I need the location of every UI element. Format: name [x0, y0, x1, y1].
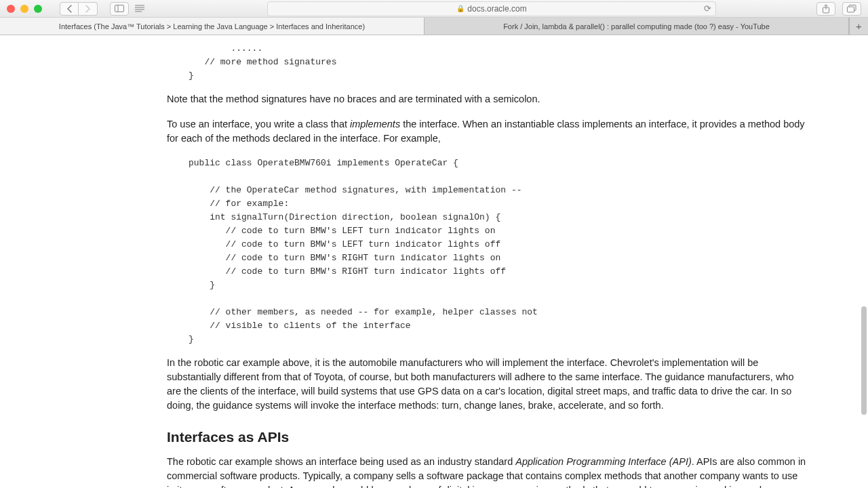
share-button[interactable] [816, 2, 835, 16]
window-titlebar: 🔒 docs.oracle.com ⟳ [0, 0, 868, 18]
sidebar-button[interactable] [110, 2, 129, 16]
tab-bar: Interfaces (The Java™ Tutorials > Learni… [0, 18, 868, 35]
paragraph-implements: To use an interface, you write a class t… [167, 117, 807, 146]
address-bar[interactable]: 🔒 docs.oracle.com ⟳ [267, 1, 716, 16]
tabs-button[interactable] [842, 2, 861, 16]
svg-rect-8 [848, 7, 854, 12]
tab-2[interactable]: Fork / Join, lambda & parallel() : paral… [425, 18, 849, 35]
url-host: docs.oracle.com [467, 4, 526, 14]
reload-button[interactable]: ⟳ [704, 3, 711, 14]
lock-icon: 🔒 [456, 5, 465, 12]
code-block-1: ...... // more method signatures } [189, 42, 807, 83]
traffic-lights [7, 5, 42, 13]
back-button[interactable] [60, 2, 79, 16]
nav-buttons [60, 2, 98, 16]
scrollbar-thumb[interactable] [861, 306, 867, 415]
code-block-2: public class OperateBMW760i implements O… [189, 157, 807, 346]
paragraph-note: Note that the method signatures have no … [167, 92, 807, 106]
reader-button[interactable] [134, 2, 145, 16]
svg-rect-0 [115, 5, 124, 12]
fullscreen-window-button[interactable] [34, 5, 42, 13]
close-window-button[interactable] [7, 5, 15, 13]
paragraph-robotic: In the robotic car example above, it is … [167, 356, 807, 413]
new-tab-button[interactable]: + [849, 18, 868, 35]
forward-button[interactable] [79, 2, 98, 16]
toolbar-right [816, 2, 861, 16]
minimize-window-button[interactable] [20, 5, 28, 13]
paragraph-api: The robotic car example shows an interfa… [167, 455, 807, 488]
page-content[interactable]: ...... // more method signatures } Note … [0, 35, 868, 488]
heading-interfaces-as-apis: Interfaces as APIs [167, 429, 807, 445]
tab-1[interactable]: Interfaces (The Java™ Tutorials > Learni… [0, 18, 425, 35]
